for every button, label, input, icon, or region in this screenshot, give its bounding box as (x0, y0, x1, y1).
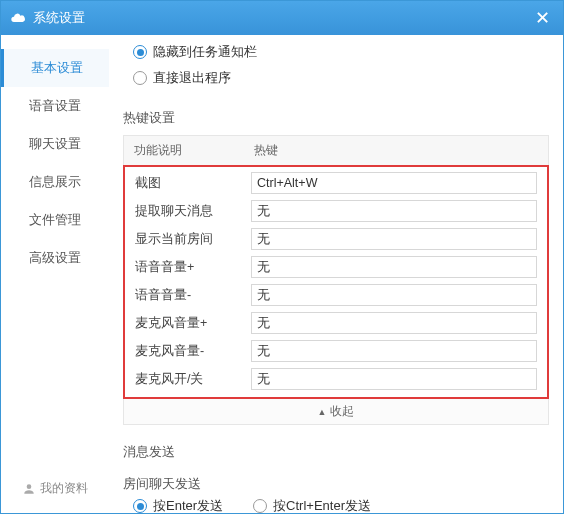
hotkey-input-show-room[interactable] (251, 228, 537, 250)
window-body: 基本设置 语音设置 聊天设置 信息展示 文件管理 高级设置 我的资料 隐藏到任务… (1, 35, 563, 513)
sidebar: 基本设置 语音设置 聊天设置 信息展示 文件管理 高级设置 我的资料 (1, 35, 109, 513)
hotkey-input-voice-up[interactable] (251, 256, 537, 278)
close-behavior-section: 隐藏到任务通知栏 直接退出程序 (123, 39, 549, 91)
hotkey-desc: 麦克风开/关 (135, 371, 251, 388)
radio-label: 按Enter发送 (153, 497, 223, 513)
hotkey-row-mic-up: 麦克风音量+ (131, 309, 541, 337)
user-icon (22, 482, 36, 496)
radio-icon (133, 71, 147, 85)
collapse-hotkeys[interactable]: ▲收起 (123, 399, 549, 425)
sidebar-item-label: 文件管理 (29, 212, 81, 227)
sidebar-item-label: 聊天设置 (29, 136, 81, 151)
sidebar-item-basic[interactable]: 基本设置 (1, 49, 109, 87)
chevron-up-icon: ▲ (318, 407, 327, 417)
hotkey-header-desc: 功能说明 (134, 142, 254, 159)
hotkey-desc: 显示当前房间 (135, 231, 251, 248)
window-title: 系统设置 (33, 9, 529, 27)
hotkey-input-voice-down[interactable] (251, 284, 537, 306)
hotkey-desc: 截图 (135, 175, 251, 192)
message-send-section: 消息发送 房间聊天发送 按Enter发送 按Ctrl+Enter发送 (123, 443, 549, 513)
hotkey-row-mic-down: 麦克风音量- (131, 337, 541, 365)
sidebar-item-chat[interactable]: 聊天设置 (1, 125, 109, 163)
hotkey-desc: 麦克风音量+ (135, 315, 251, 332)
sidebar-item-files[interactable]: 文件管理 (1, 201, 109, 239)
radio-send-enter[interactable]: 按Enter发送 (133, 497, 223, 513)
send-key-radio-group: 按Enter发送 按Ctrl+Enter发送 (133, 497, 549, 513)
message-send-title: 消息发送 (123, 443, 549, 461)
hotkey-row-mic-toggle: 麦克风开/关 (131, 365, 541, 393)
close-button[interactable]: ✕ (529, 5, 555, 31)
settings-window: 系统设置 ✕ 基本设置 语音设置 聊天设置 信息展示 文件管理 高级设置 我的资… (0, 0, 564, 514)
hotkey-section: 热键设置 功能说明 热键 截图 提取聊天消息 (123, 109, 549, 425)
radio-icon (253, 499, 267, 513)
radio-icon (133, 45, 147, 59)
hotkey-desc: 语音音量- (135, 287, 251, 304)
hotkey-row-voice-down: 语音音量- (131, 281, 541, 309)
room-chat-send-title: 房间聊天发送 (123, 475, 549, 493)
sidebar-item-label: 信息展示 (29, 174, 81, 189)
hotkey-input-fetch-chat[interactable] (251, 200, 537, 222)
sidebar-item-advanced[interactable]: 高级设置 (1, 239, 109, 277)
sidebar-item-voice[interactable]: 语音设置 (1, 87, 109, 125)
radio-icon (133, 499, 147, 513)
cloud-icon (9, 9, 27, 27)
sidebar-item-label: 语音设置 (29, 98, 81, 113)
sidebar-item-label: 高级设置 (29, 250, 81, 265)
close-behavior-radio-group: 隐藏到任务通知栏 直接退出程序 (133, 39, 549, 91)
hotkey-list: 截图 提取聊天消息 显示当前房间 语音音量+ (123, 165, 549, 399)
hotkey-row-voice-up: 语音音量+ (131, 253, 541, 281)
radio-label: 隐藏到任务通知栏 (153, 43, 257, 61)
hotkey-input-screenshot[interactable] (251, 172, 537, 194)
my-profile-link[interactable]: 我的资料 (1, 468, 109, 513)
hotkey-section-title: 热键设置 (123, 109, 549, 127)
hotkey-row-screenshot: 截图 (131, 169, 541, 197)
radio-label: 直接退出程序 (153, 69, 231, 87)
hotkey-input-mic-down[interactable] (251, 340, 537, 362)
hotkey-desc: 提取聊天消息 (135, 203, 251, 220)
sidebar-item-label: 基本设置 (31, 60, 83, 75)
radio-hide-to-tray[interactable]: 隐藏到任务通知栏 (133, 39, 549, 65)
sidebar-nav: 基本设置 语音设置 聊天设置 信息展示 文件管理 高级设置 (1, 35, 109, 468)
radio-exit-program[interactable]: 直接退出程序 (133, 65, 549, 91)
radio-label: 按Ctrl+Enter发送 (273, 497, 371, 513)
collapse-label: 收起 (330, 404, 354, 418)
hotkey-header: 功能说明 热键 (123, 135, 549, 165)
hotkey-row-show-room: 显示当前房间 (131, 225, 541, 253)
hotkey-panel: 功能说明 热键 截图 提取聊天消息 显示当前房间 (123, 135, 549, 425)
sidebar-item-info[interactable]: 信息展示 (1, 163, 109, 201)
hotkey-header-key: 热键 (254, 142, 538, 159)
my-profile-label: 我的资料 (40, 480, 88, 497)
hotkey-row-fetch-chat: 提取聊天消息 (131, 197, 541, 225)
hotkey-desc: 语音音量+ (135, 259, 251, 276)
hotkey-desc: 麦克风音量- (135, 343, 251, 360)
hotkey-input-mic-toggle[interactable] (251, 368, 537, 390)
titlebar: 系统设置 ✕ (1, 1, 563, 35)
radio-send-ctrl-enter[interactable]: 按Ctrl+Enter发送 (253, 497, 371, 513)
content-pane: 隐藏到任务通知栏 直接退出程序 热键设置 功能说明 热键 (109, 35, 563, 513)
hotkey-input-mic-up[interactable] (251, 312, 537, 334)
